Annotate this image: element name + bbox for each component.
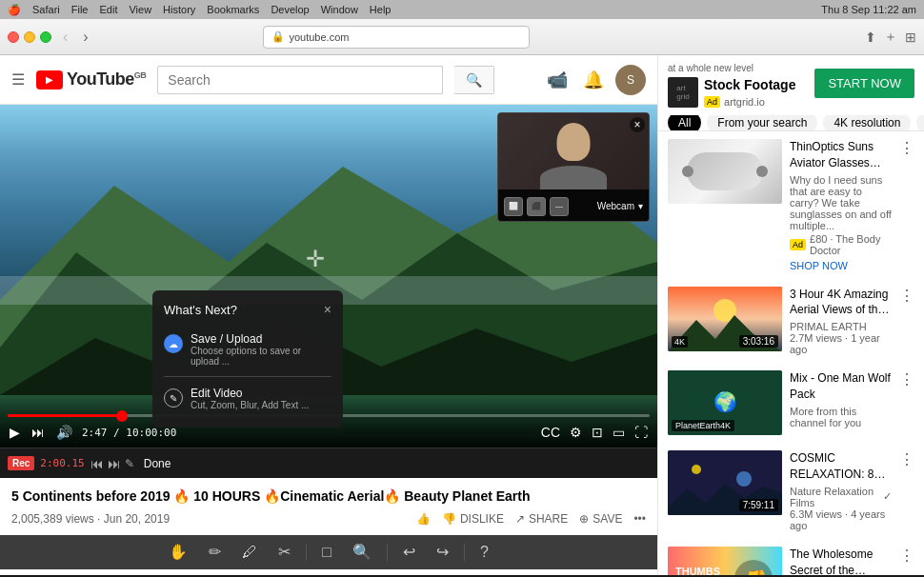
rectangle-tool[interactable]: □ — [316, 541, 337, 564]
webcam-btn-3[interactable]: — — [550, 197, 569, 216]
webcam-btn-2[interactable]: ⬛ — [527, 197, 546, 216]
user-avatar[interactable]: S — [615, 65, 646, 95]
close-window-button[interactable] — [8, 31, 19, 43]
ad-cta-button[interactable]: START NOW — [814, 69, 914, 98]
volume-button[interactable]: 🔊 — [54, 423, 74, 442]
menu-help[interactable]: Help — [370, 4, 392, 15]
card-thumbnail-2: 4K 3:03:16 — [668, 287, 782, 351]
rec-edit-button[interactable]: ✎ — [125, 457, 134, 470]
sidebar-video-card-1[interactable]: ThinOptics Suns Aviator Glasses Gold... … — [658, 131, 924, 279]
rec-done-button[interactable]: Done — [144, 457, 171, 470]
webcam-label: Webcam — [597, 201, 634, 211]
card-menu-2[interactable]: ⋮ — [899, 287, 914, 305]
webcam-video — [498, 113, 649, 189]
card-channel-4: Nature Relaxation Films ✓ — [790, 486, 892, 508]
pen-tool[interactable]: ✏ — [203, 540, 227, 564]
youtube-logo[interactable]: YouTubeGB — [36, 70, 146, 90]
card-menu-4[interactable]: ⋮ — [899, 450, 914, 468]
video-info: 5 Continents before 2019 🔥 10 HOURS 🔥Cin… — [0, 478, 657, 535]
fullscreen-button[interactable]: ⛶ — [633, 423, 650, 442]
edit-video-icon: ✎ — [164, 388, 183, 408]
like-button[interactable]: 👍 — [416, 512, 431, 526]
toolbar-divider-2 — [387, 544, 388, 561]
card-menu-3[interactable]: ⋮ — [899, 370, 914, 388]
filter-all[interactable]: All — [668, 115, 701, 131]
next-button[interactable]: ⏭ — [30, 423, 47, 442]
menu-develop[interactable]: Develop — [271, 4, 309, 15]
miniplayer-button[interactable]: ⊡ — [590, 423, 605, 442]
play-button[interactable]: ▶ — [8, 423, 22, 442]
zoom-tool[interactable]: 🔍 — [347, 540, 377, 564]
card-info-4: COSMIC RELAXATION: 8 Hours of 4K Deep Sp… — [790, 450, 892, 531]
card-info-3: Mix - One Man Wolf Pack More from this c… — [790, 370, 892, 435]
channel-info: One Man Wolf Pack 71.6K subscribers SUBS… — [0, 569, 657, 575]
save-plus-icon: ⊕ — [579, 512, 589, 526]
webcam-btn-1[interactable]: ⬜ — [504, 197, 523, 216]
settings-button[interactable]: ⚙ — [568, 423, 584, 442]
dislike-button[interactable]: 👎 DISLIKE — [442, 512, 504, 526]
video-player[interactable]: ✛ × ⬜ ⬛ — Webcam ▾ — [0, 105, 657, 448]
card-title-4: COSMIC RELAXATION: 8 Hours of 4K Deep Sp… — [790, 450, 892, 483]
undo-button[interactable]: ↩ — [397, 540, 421, 564]
sidebar-video-card-5[interactable]: THUMBS DOWN 👎 14:56 The Wholesome Secret… — [658, 539, 924, 575]
video-views: 2,005,389 views · Jun 20, 2019 — [11, 512, 170, 526]
video-actions: 👍 👎 DISLIKE ↗ SHARE ⊕ SAVE ••• — [416, 512, 646, 526]
rec-badge: Rec — [8, 456, 34, 470]
time-display: 2:47 / 10:00:00 — [82, 427, 176, 439]
rec-prev-button[interactable]: ⏮ — [90, 456, 104, 471]
safari-toolbar: ‹ › 🔒 youtube.com ⬆ ＋ ⊞ — [0, 19, 924, 55]
menu-edit[interactable]: Edit — [99, 4, 117, 15]
filter-4k[interactable]: 4K resolution — [823, 115, 911, 131]
menu-window[interactable]: Window — [321, 4, 358, 15]
save-upload-label: Save / Upload — [191, 332, 331, 346]
card-title-3: Mix - One Man Wolf Pack — [790, 370, 892, 403]
toolbar-divider-3 — [464, 544, 465, 561]
minimize-window-button[interactable] — [24, 31, 35, 43]
forward-button[interactable]: › — [79, 27, 91, 48]
menu-file[interactable]: File — [71, 4, 89, 15]
search-button[interactable]: 🔍 — [454, 66, 494, 94]
menu-view[interactable]: View — [129, 4, 151, 15]
sidebar-video-card-4[interactable]: 7:59:11 COSMIC RELAXATION: 8 Hours of 4K… — [658, 443, 924, 539]
new-tab-icon[interactable]: ＋ — [884, 29, 897, 46]
settings-icons: CC ⚙ ⊡ ▭ ⛶ — [539, 423, 650, 442]
marker-tool[interactable]: 🖊 — [236, 541, 263, 564]
subtitles-button[interactable]: CC — [539, 423, 562, 442]
share-button[interactable]: ↗ SHARE — [515, 512, 568, 526]
menu-history[interactable]: History — [163, 4, 195, 15]
apple-menu[interactable]: 🍎 — [8, 4, 21, 16]
sidebar-video-card-2[interactable]: 4K 3:03:16 3 Hour 4K Amazing Aerial View… — [658, 279, 924, 364]
card-menu-5[interactable]: ⋮ — [899, 547, 914, 565]
card-title-1: ThinOptics Suns Aviator Glasses Gold... — [790, 139, 892, 171]
webcam-close-button[interactable]: × — [630, 117, 645, 132]
address-bar[interactable]: 🔒 youtube.com — [263, 26, 530, 49]
more-button[interactable]: ••• — [633, 512, 646, 526]
sidebar-video-card-3[interactable]: 🌍 PlanetEarth4K Mix - One Man Wolf Pack … — [658, 363, 924, 443]
menu-bookmarks[interactable]: Bookmarks — [207, 4, 259, 15]
search-input[interactable] — [157, 66, 443, 94]
edit-video-item[interactable]: ✎ Edit Video Cut, Zoom, Blur, Add Text .… — [164, 381, 331, 416]
video-upload-button[interactable]: 📹 — [543, 66, 572, 94]
show-tabs-icon[interactable]: ⊞ — [905, 30, 916, 45]
webcam-dropdown-button[interactable]: ▾ — [638, 201, 643, 211]
card-menu-1[interactable]: ⋮ — [899, 139, 914, 157]
maximize-window-button[interactable] — [40, 31, 51, 43]
filter-pills: All From your search 4K resolution Ae › — [658, 115, 924, 131]
shop-now-button[interactable]: SHOP NOW — [790, 260, 848, 271]
hamburger-menu[interactable]: ☰ — [11, 70, 25, 89]
redo-button[interactable]: ↪ — [431, 540, 454, 564]
filter-from-search[interactable]: From your search — [707, 115, 817, 131]
rec-next-button[interactable]: ⏭ — [108, 456, 121, 471]
back-button[interactable]: ‹ — [59, 27, 71, 48]
menu-safari[interactable]: Safari — [32, 4, 60, 15]
share-icon[interactable]: ⬆ — [865, 30, 876, 45]
filter-ae[interactable]: Ae — [916, 115, 924, 131]
theater-button[interactable]: ▭ — [611, 423, 627, 442]
notifications-button[interactable]: 🔔 — [579, 66, 608, 94]
hand-tool[interactable]: ✋ — [163, 540, 193, 564]
scissors-tool[interactable]: ✂ — [272, 540, 296, 564]
whats-next-close-button[interactable]: × — [324, 302, 331, 317]
save-button[interactable]: ⊕ SAVE — [579, 512, 622, 526]
help-button[interactable]: ? — [474, 541, 494, 564]
save-upload-item[interactable]: ☁ Save / Upload Choose options to save o… — [164, 327, 331, 372]
